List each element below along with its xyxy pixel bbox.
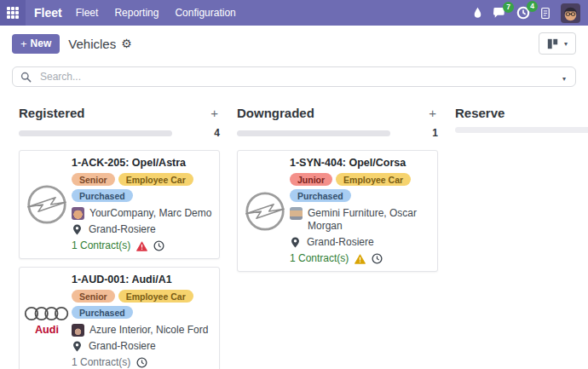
kanban-column-reserve: Reserve xyxy=(455,106,588,144)
new-button[interactable]: + New xyxy=(12,34,60,54)
driver-name: Azure Interior, Nicole Ford xyxy=(89,324,208,337)
kanban-column-downgraded: Downgraded + 1 1-SYN-404: Opel/Corsa Jun… xyxy=(237,106,438,280)
main-menu: Fleet Reporting Configuration xyxy=(76,7,236,19)
alert-danger-icon xyxy=(136,241,147,251)
gear-icon: ⚙ xyxy=(121,37,132,50)
driver-avatar xyxy=(290,207,303,220)
menu-configuration[interactable]: Configuration xyxy=(175,7,235,19)
apps-menu-button[interactable] xyxy=(0,0,26,26)
kanban-view-icon xyxy=(547,38,558,49)
tag-senior: Senior xyxy=(72,173,115,186)
vehicle-card[interactable]: 1-SYN-404: Opel/Corsa Junior Employee Ca… xyxy=(237,150,438,272)
activity-clock-icon[interactable] xyxy=(372,253,383,264)
column-progressbar[interactable] xyxy=(237,130,390,136)
messages-badge: 7 xyxy=(503,2,514,13)
opel-logo xyxy=(240,157,290,265)
vehicle-card[interactable]: Audi 1-AUD-001: Audi/A1 Senior Employee … xyxy=(19,267,220,369)
systray: 7 4 xyxy=(473,3,588,23)
control-panel: + New Vehicles ⚙ ▾ xyxy=(0,26,588,61)
kanban-column-registered: Registered + 4 1-ACK-205: Opel/Astra Sen… xyxy=(19,106,220,369)
search-area: ▾ xyxy=(0,61,588,94)
column-count: 1 xyxy=(390,127,438,139)
new-button-label: New xyxy=(31,37,52,49)
tag-purchased: Purchased xyxy=(72,306,133,319)
vehicle-title: 1-ACK-205: Opel/Astra xyxy=(72,157,212,169)
audi-wordmark: Audi xyxy=(35,324,59,336)
column-progressbar[interactable] xyxy=(19,130,172,136)
column-add-button[interactable]: + xyxy=(209,107,220,119)
fleet-app-window: Fleet Fleet Reporting Configuration 7 4 xyxy=(0,0,588,369)
tag-employee-car: Employee Car xyxy=(336,173,411,186)
location-name: Grand-Rosiere xyxy=(89,223,156,236)
search-input[interactable] xyxy=(38,70,554,84)
plus-icon: + xyxy=(210,106,218,120)
search-bar[interactable]: ▾ xyxy=(12,66,576,87)
location-pin-icon xyxy=(291,237,299,248)
search-dropdown-toggle[interactable]: ▾ xyxy=(561,71,568,84)
plus-icon: + xyxy=(429,106,436,120)
alert-warning-icon xyxy=(355,254,366,264)
vehicle-title: 1-SYN-404: Opel/Corsa xyxy=(290,157,430,169)
contracts-link[interactable]: 1 Contract(s) xyxy=(72,239,130,252)
driver-name: YourCompany, Marc Demo xyxy=(89,207,211,220)
column-count: 4 xyxy=(172,127,220,139)
caret-down-icon: ▾ xyxy=(564,40,568,48)
search-caret-down-icon: ▾ xyxy=(562,75,566,83)
kanban-board: Registered + 4 1-ACK-205: Opel/Astra Sen… xyxy=(0,94,588,369)
driver-name: Gemini Furniture, Oscar Morgan xyxy=(308,207,430,233)
search-icon xyxy=(20,72,32,83)
plus-icon: + xyxy=(20,37,27,50)
column-title: Reserve xyxy=(455,106,504,120)
tag-employee-car: Employee Car xyxy=(118,290,193,303)
apps-grid-icon xyxy=(7,7,19,19)
column-add-button[interactable]: + xyxy=(427,107,438,119)
location-pin-icon xyxy=(73,224,81,235)
contracts-link[interactable]: 1 Contract(s) xyxy=(72,356,130,369)
location-pin-icon xyxy=(73,341,81,352)
opel-logo xyxy=(22,157,72,252)
journal-button[interactable] xyxy=(540,7,551,20)
activity-clock-icon[interactable] xyxy=(136,357,147,368)
activities-badge: 4 xyxy=(527,1,538,12)
activity-clock-icon[interactable] xyxy=(153,240,164,251)
page-title: Vehicles xyxy=(68,37,116,51)
column-progressbar[interactable] xyxy=(455,127,588,133)
column-title: Downgraded xyxy=(237,106,314,120)
tag-purchased: Purchased xyxy=(290,189,351,202)
vehicle-card[interactable]: 1-ACK-205: Opel/Astra Senior Employee Ca… xyxy=(19,150,220,259)
location-name: Grand-Rosiere xyxy=(307,236,374,249)
driver-avatar xyxy=(72,324,84,337)
view-switcher-button[interactable]: ▾ xyxy=(539,32,576,55)
activities-button[interactable]: 4 xyxy=(516,6,530,20)
menu-fleet[interactable]: Fleet xyxy=(76,7,99,19)
contracts-link[interactable]: 1 Contract(s) xyxy=(290,252,349,265)
droplet-icon xyxy=(473,7,482,19)
location-name: Grand-Rosiere xyxy=(89,340,156,353)
user-avatar xyxy=(561,3,580,23)
column-title: Registered xyxy=(19,106,85,120)
view-settings-button[interactable]: ⚙ xyxy=(121,37,132,49)
tag-junior: Junior xyxy=(290,173,332,186)
tag-purchased: Purchased xyxy=(72,189,133,202)
app-brand[interactable]: Fleet xyxy=(34,6,62,20)
driver-avatar xyxy=(72,207,84,220)
user-menu-button[interactable] xyxy=(561,3,580,23)
tag-senior: Senior xyxy=(72,290,115,303)
messages-button[interactable]: 7 xyxy=(493,7,506,19)
tag-employee-car: Employee Car xyxy=(118,173,193,186)
journal-icon xyxy=(540,7,551,20)
audi-logo: Audi xyxy=(22,274,72,369)
vehicle-title: 1-AUD-001: Audi/A1 xyxy=(72,274,212,285)
top-navbar: Fleet Fleet Reporting Configuration 7 4 xyxy=(0,0,588,26)
menu-reporting[interactable]: Reporting xyxy=(114,7,159,19)
droplet-systray-button[interactable] xyxy=(473,7,482,19)
